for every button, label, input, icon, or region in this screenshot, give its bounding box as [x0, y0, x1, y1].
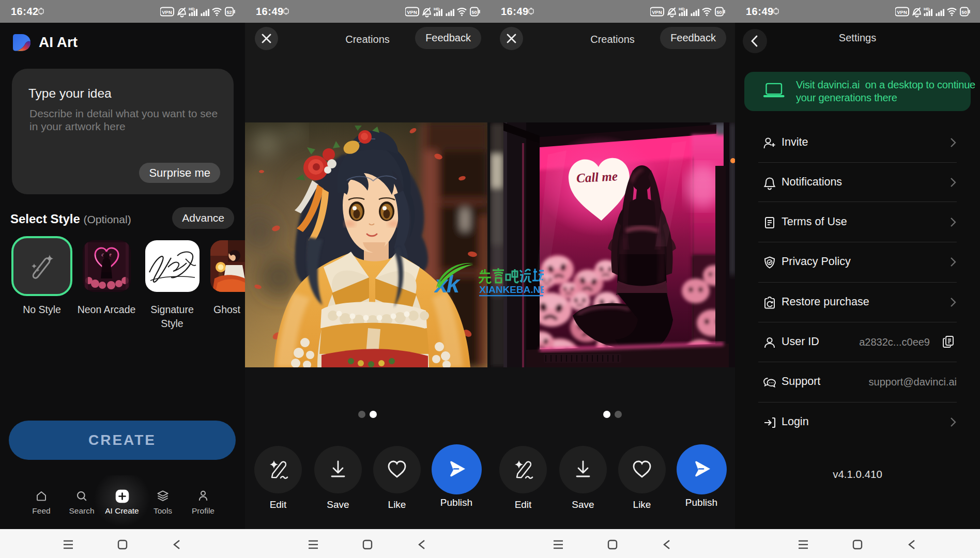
- svg-text:Call me: Call me: [576, 169, 618, 185]
- svg-text:XIANKEBA.NET: XIANKEBA.NET: [479, 284, 544, 295]
